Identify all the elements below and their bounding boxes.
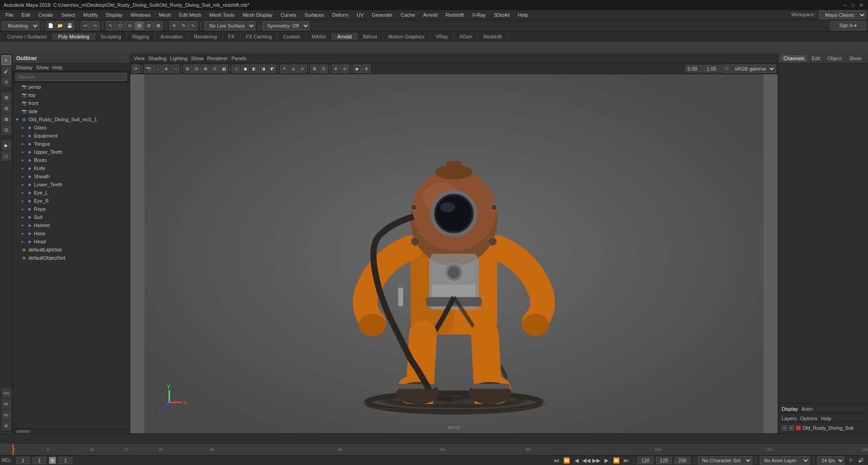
- gamma-field[interactable]: [704, 65, 722, 72]
- menu-mesh-tools[interactable]: Mesh Tools: [206, 11, 238, 19]
- snap3-button[interactable]: ⊠: [154, 21, 163, 30]
- playback-start-input[interactable]: [59, 457, 72, 464]
- tool3-button[interactable]: ⊙: [1, 77, 11, 87]
- menu-surfaces[interactable]: Surfaces: [301, 11, 328, 19]
- menu-display[interactable]: Display: [103, 11, 126, 19]
- rp-tab-edit[interactable]: Edit: [809, 55, 823, 62]
- vp-shadow-button[interactable]: ☀: [280, 65, 288, 73]
- outliner-menu-show[interactable]: Show: [36, 65, 49, 70]
- vp-shading-button[interactable]: ◩: [268, 65, 276, 73]
- expand-arrow[interactable]: ▸: [22, 182, 26, 187]
- menu-deform[interactable]: Deform: [329, 11, 352, 19]
- maximize-button[interactable]: □: [850, 2, 856, 8]
- rp-tab-object[interactable]: Object: [825, 55, 844, 62]
- vp-wireframe-button[interactable]: ◻: [232, 65, 240, 73]
- timeline-ruler[interactable]: 0 5 10 15 20 30 50 65 80 100 115 120: [13, 444, 868, 455]
- outliner-item-eye-r[interactable]: ▸ ◈ Eye_R: [13, 197, 130, 205]
- range-end-input[interactable]: [637, 457, 653, 464]
- outliner-item-knife[interactable]: ▸ ◈ Knife: [13, 164, 130, 172]
- no-character-dropdown[interactable]: No Character Set: [698, 456, 752, 465]
- menu-modify[interactable]: Modify: [80, 11, 101, 19]
- step-forward-button[interactable]: ⏩: [613, 457, 620, 464]
- tab-rigging[interactable]: Rigging: [127, 33, 155, 40]
- viewport-menu-show[interactable]: Show: [191, 56, 204, 61]
- outliner-horizontal-scrollbar[interactable]: [13, 429, 130, 433]
- snap2-button[interactable]: ⊟: [144, 21, 153, 30]
- tab-mash[interactable]: MASH: [306, 33, 332, 40]
- attr-editor-button[interactable]: AT: [1, 399, 11, 409]
- vp-ao-button[interactable]: ◎: [289, 65, 297, 73]
- vp-light-button[interactable]: ◨: [259, 65, 267, 73]
- range-end2-input[interactable]: [656, 457, 672, 464]
- outliner-item-head[interactable]: ▸ ◈ Head: [13, 237, 130, 246]
- viewport-menu-view[interactable]: View: [134, 56, 145, 61]
- expand-arrow[interactable]: ▸: [22, 150, 26, 154]
- lasso-button[interactable]: ⬡: [116, 21, 125, 30]
- color-profile-dropdown[interactable]: sRGB gamma: [731, 65, 776, 73]
- outliner-item-rope[interactable]: ▸ ◈ Rope: [13, 205, 130, 213]
- expand-arrow[interactable]: ▸: [22, 142, 26, 146]
- expand-arrow[interactable]: ▸: [22, 215, 26, 219]
- render-button[interactable]: ▶: [1, 140, 11, 150]
- anim-end-input[interactable]: [675, 457, 690, 464]
- outliner-button[interactable]: OL: [1, 410, 11, 420]
- expand-arrow[interactable]: ▸: [22, 125, 26, 130]
- expand-arrow[interactable]: ▸: [22, 199, 26, 203]
- expand-arrow[interactable]: ▸: [22, 223, 26, 228]
- mode-selector[interactable]: Modeling: [2, 21, 39, 30]
- outliner-item-upper-teeth[interactable]: ▸ ◈ Upper_Teeth: [13, 148, 130, 156]
- outliner-item-side[interactable]: 📷 side: [13, 107, 130, 115]
- new-scene-button[interactable]: 📄: [46, 21, 55, 30]
- next-frame-button[interactable]: ▶: [603, 457, 610, 464]
- outliner-item-hose[interactable]: ▸ ◈ Hose: [13, 229, 130, 237]
- tab-curves-surfaces[interactable]: Curves / Surfaces: [2, 33, 52, 40]
- tab-arnold[interactable]: Arnold: [332, 33, 358, 40]
- menu-cache[interactable]: Cache: [397, 11, 419, 19]
- select-button[interactable]: ↖: [106, 21, 115, 30]
- sign-in-button[interactable]: Sign In ▾: [830, 21, 866, 30]
- da-tab-anim[interactable]: Anim: [802, 406, 813, 412]
- vp-move-button[interactable]: ↔: [171, 65, 179, 73]
- vp-layout-button[interactable]: ⊞: [184, 65, 192, 73]
- go-to-start-button[interactable]: ⏮: [553, 457, 560, 464]
- menu-windows[interactable]: Windows: [127, 11, 155, 19]
- ipr-button[interactable]: ⬡: [1, 151, 11, 161]
- vp-layout4-button[interactable]: ⊡: [211, 65, 219, 73]
- outliner-item-boots[interactable]: ▸ ◈ Boots: [13, 156, 130, 164]
- go-to-end-button[interactable]: ⏭: [623, 457, 630, 464]
- viewport-menu-lighting[interactable]: Lighting: [170, 56, 188, 61]
- viewport-menu-shading[interactable]: Shading: [148, 56, 166, 61]
- menu-edit-mesh[interactable]: Edit Mesh: [175, 11, 205, 19]
- menu-help[interactable]: Help: [514, 11, 532, 19]
- outliner-item-front[interactable]: 📷 front: [13, 99, 130, 107]
- outliner-item-persp[interactable]: 📷 persp: [13, 83, 130, 91]
- menu-edit[interactable]: Edit: [18, 11, 34, 19]
- undo-button[interactable]: ↩: [81, 21, 90, 30]
- paint-select-button[interactable]: 🖌: [1, 66, 11, 76]
- menu-generate[interactable]: Generate: [368, 11, 396, 19]
- tab-vray[interactable]: VRay: [430, 33, 454, 40]
- tab-redshift[interactable]: Redshift: [478, 33, 507, 40]
- snap-grid-button[interactable]: ⊟: [1, 103, 11, 113]
- no-anim-layer-dropdown[interactable]: No Anim Layer: [760, 456, 810, 465]
- vp-texture-button[interactable]: ◧: [250, 65, 258, 73]
- outliner-item-default-object-set[interactable]: ⊛ defaultObjectSet: [13, 254, 130, 262]
- outliner-menu-display[interactable]: Display: [16, 65, 33, 70]
- layers-tab[interactable]: Layers: [782, 416, 797, 421]
- vp-stop-button[interactable]: ⏸: [362, 65, 370, 73]
- menu-vray[interactable]: V-Ray: [468, 11, 489, 19]
- viewport-menu-renderer[interactable]: Renderer: [207, 56, 228, 61]
- expand-arrow[interactable]: ▸: [22, 239, 26, 244]
- vp-gate-button[interactable]: ⊝: [341, 65, 349, 73]
- audio-button[interactable]: 🔊: [857, 457, 864, 464]
- snap-point-button[interactable]: ⊡: [1, 125, 11, 135]
- da-tab-display[interactable]: Display: [782, 406, 798, 412]
- outliner-item-lower-teeth[interactable]: ▸ ◈ Lower_Teeth: [13, 180, 130, 189]
- timeline[interactable]: 0 5 10 15 20 30 50 65 80 100 115 120: [13, 443, 868, 455]
- options-tab[interactable]: Options: [800, 416, 817, 421]
- tab-fx[interactable]: FX: [223, 33, 241, 40]
- menu-curves[interactable]: Curves: [277, 11, 300, 19]
- play-back-button[interactable]: ◀◀: [583, 457, 590, 464]
- tab-rendering[interactable]: Rendering: [189, 33, 223, 40]
- symmetry-dropdown[interactable]: Symmetry: Off: [262, 21, 310, 30]
